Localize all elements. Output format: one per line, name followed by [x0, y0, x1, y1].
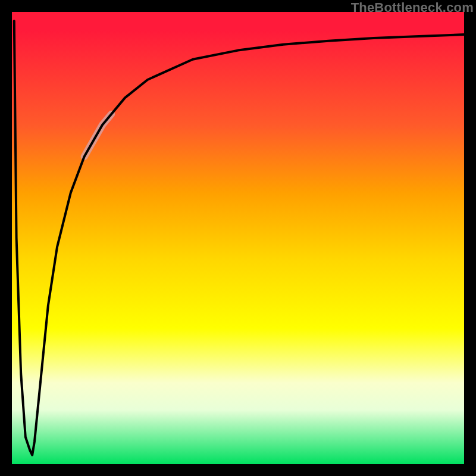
chart-frame: TheBottleneck.com — [0, 0, 476, 476]
bottleneck-curve — [14, 21, 464, 455]
plot-area — [12, 12, 464, 464]
curve-svg — [12, 12, 464, 464]
